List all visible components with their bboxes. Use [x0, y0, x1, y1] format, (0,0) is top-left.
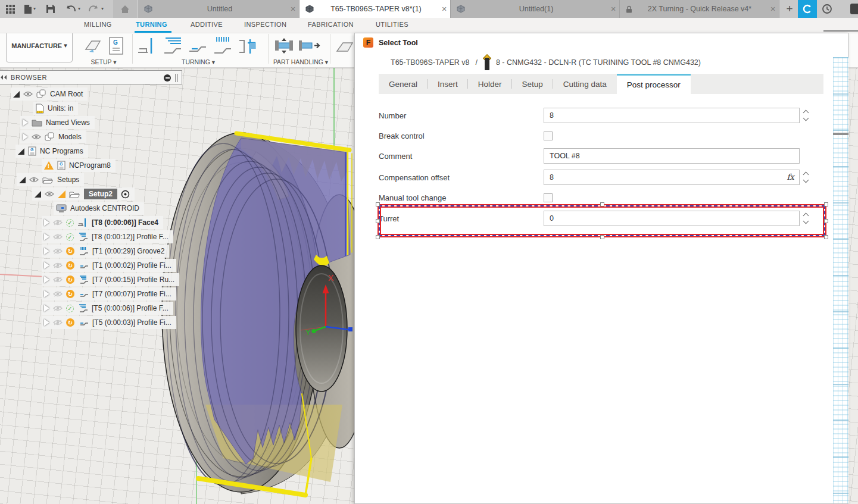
file-menu-icon[interactable]: [21, 2, 35, 15]
eye-icon[interactable]: [23, 91, 33, 97]
eye-off-icon[interactable]: [53, 305, 63, 311]
tab-cutting-data[interactable]: Cutting data: [553, 74, 617, 94]
dialog-scrollbar[interactable]: [833, 57, 848, 503]
number-stepper[interactable]: [804, 111, 808, 120]
tab-insert[interactable]: Insert: [428, 74, 468, 94]
turning-group-label[interactable]: TURNING ▾: [154, 58, 243, 65]
expand-open-icon[interactable]: [35, 191, 41, 198]
browser-row-models[interactable]: Models: [20, 130, 86, 144]
breadcrumb-tool[interactable]: 8 - CNMG432 - DCLN-R (TC TURINING TOOL #…: [496, 58, 701, 67]
eye-off-icon[interactable]: [53, 248, 63, 254]
eye-icon[interactable]: [45, 191, 54, 197]
tab-post-processor[interactable]: Post processor: [617, 74, 691, 94]
turning-profile-roughing-button[interactable]: [161, 34, 183, 58]
eye-off-icon[interactable]: [53, 320, 63, 325]
expand-open-icon[interactable]: [18, 148, 24, 155]
panel-resize-gripper[interactable]: [175, 74, 178, 82]
expand-closed-icon[interactable]: [44, 233, 49, 240]
compensation-offset-input[interactable]: 8 fx: [544, 170, 800, 185]
browser-row-units[interactable]: Units: in: [33, 101, 78, 115]
tab-utilities[interactable]: UTILITIES: [376, 21, 408, 28]
browser-row-op[interactable]: ↻ [T1 (0:00:02)] Profile Fi...: [42, 258, 176, 273]
redo-icon[interactable]: [87, 2, 100, 15]
tab-setup[interactable]: Setup: [512, 74, 553, 94]
browser-panel-header[interactable]: BROWSER: [0, 70, 182, 84]
tab-holder[interactable]: Holder: [468, 74, 512, 94]
expand-closed-icon[interactable]: [44, 276, 49, 283]
browser-row-setup2[interactable]: Setup2: [32, 187, 135, 201]
expand-closed-icon[interactable]: [44, 290, 49, 298]
browser-row-ncprogram8[interactable]: ! G NCProgram8: [42, 158, 116, 173]
part-handling-group-label[interactable]: PART HANDLING ▾: [268, 58, 333, 65]
turning-thread-button[interactable]: [211, 34, 233, 58]
close-tab-icon[interactable]: ✕: [607, 5, 619, 13]
new-document-tab-button[interactable]: +: [782, 0, 797, 18]
new-setup-button[interactable]: [82, 34, 105, 58]
part-transfer-button[interactable]: [298, 34, 320, 58]
tab-inspection[interactable]: INSPECTION: [244, 21, 286, 28]
browser-row-op[interactable]: ✓ [T5 (0:00:06)] Profile F...: [42, 301, 173, 315]
eye-off-icon[interactable]: [53, 262, 63, 268]
minimize-browser-icon[interactable]: [164, 74, 171, 82]
browser-row-named-views[interactable]: Named Views: [20, 115, 95, 130]
fx-expression-icon[interactable]: fx: [787, 172, 794, 181]
comment-input[interactable]: TOOL #8: [544, 148, 800, 164]
number-input[interactable]: 8: [544, 108, 800, 123]
chuck-button[interactable]: [273, 34, 295, 58]
undo-caret[interactable]: ▾: [78, 6, 80, 11]
workspace-switcher-button[interactable]: MANUFACTURE ▾: [6, 29, 73, 62]
setup-group-label[interactable]: SETUP ▾: [80, 58, 127, 65]
collapse-panel-icon[interactable]: [0, 74, 7, 80]
drilling-button-partial[interactable]: [333, 34, 356, 58]
turned-part-model[interactable]: X Y: [152, 125, 372, 504]
scrollbar-thumb[interactable]: [833, 133, 848, 135]
browser-row-op[interactable]: ↻ [T5 (0:00:03)] Profile Fi...: [42, 315, 176, 330]
expand-open-icon[interactable]: [19, 177, 26, 183]
save-icon[interactable]: [44, 2, 57, 15]
browser-row-nc-programs[interactable]: G NC Programs: [15, 144, 88, 158]
break-control-checkbox[interactable]: [544, 132, 553, 140]
eye-icon[interactable]: [29, 177, 39, 183]
app-grid-icon[interactable]: [4, 2, 17, 15]
file-menu-caret[interactable]: ▾: [33, 6, 36, 11]
expand-open-icon[interactable]: [13, 91, 20, 98]
job-status-button[interactable]: [798, 0, 817, 18]
manual-tool-change-checkbox[interactable]: [544, 193, 553, 202]
generate-gcode-button[interactable]: G: [105, 34, 127, 58]
eye-off-icon[interactable]: [53, 277, 63, 283]
close-tab-icon[interactable]: ✕: [767, 5, 779, 13]
turning-face-button[interactable]: [136, 34, 158, 58]
expand-closed-icon[interactable]: [44, 248, 49, 255]
expand-closed-icon[interactable]: [44, 305, 49, 312]
browser-row-op[interactable]: ↻ [T1 (0:00:29)] Groove2: [42, 244, 169, 258]
eye-off-icon[interactable]: [53, 234, 63, 240]
document-tab[interactable]: Untitled(1) ✕: [451, 0, 620, 18]
close-tab-icon[interactable]: ✕: [438, 5, 450, 13]
expand-closed-icon[interactable]: [44, 219, 49, 226]
document-tab[interactable]: Untitled ✕: [138, 0, 299, 18]
browser-row-op[interactable]: ✓ [T8 (0:00:12)] Profile F...: [42, 230, 173, 244]
tab-general[interactable]: General: [379, 74, 428, 94]
dialog-title-row[interactable]: F Select Tool: [363, 37, 418, 48]
compensation-offset-stepper[interactable]: [804, 173, 808, 182]
eye-icon[interactable]: [32, 134, 41, 140]
expand-closed-icon[interactable]: [44, 262, 49, 269]
eye-off-icon[interactable]: [53, 220, 63, 226]
browser-row-op[interactable]: ↻ [T7 (0:00:07)] Profile Fi...: [42, 287, 176, 301]
browser-row-setups[interactable]: Setups: [17, 173, 84, 187]
redo-caret[interactable]: ▾: [101, 6, 104, 11]
expand-closed-icon[interactable]: [23, 133, 28, 140]
browser-row-machine[interactable]: Autodesk CENTROID: [54, 201, 144, 215]
document-tab[interactable]: 2X Turning - Quick Release v4* ✕: [620, 0, 779, 18]
document-tab-active[interactable]: T65-TB096S-TAPER v8*(1) ✕: [299, 0, 451, 18]
turning-parting-button[interactable]: [236, 34, 258, 58]
home-button[interactable]: [113, 0, 137, 18]
tab-fabrication[interactable]: FABRICATION: [308, 21, 354, 28]
notification-icon-partial[interactable]: [850, 4, 858, 14]
undo-icon[interactable]: [64, 2, 77, 15]
history-clock-icon[interactable]: [819, 2, 835, 16]
tab-milling[interactable]: MILLING: [84, 21, 112, 28]
browser-row-cam-root[interactable]: CAM Root: [11, 87, 88, 101]
tab-additive[interactable]: ADDITIVE: [191, 21, 223, 28]
close-tab-icon[interactable]: ✕: [287, 5, 299, 13]
